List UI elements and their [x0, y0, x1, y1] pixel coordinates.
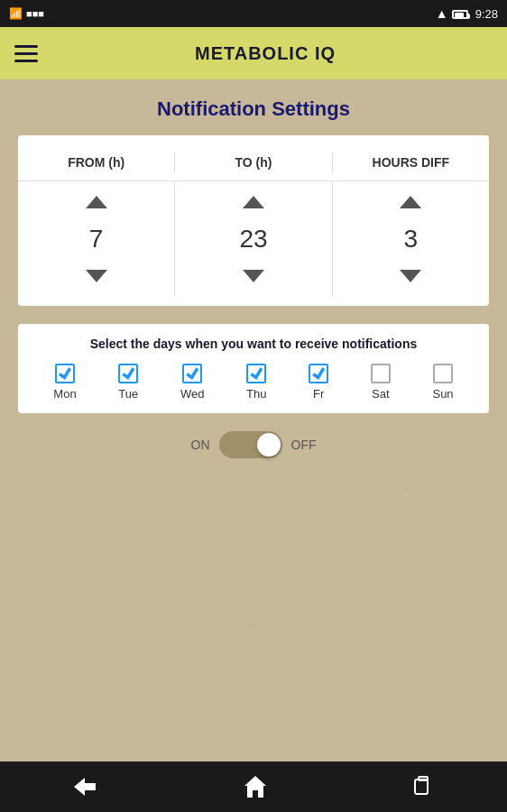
menu-button[interactable] [14, 45, 38, 62]
hours-diff-up-arrow-icon [400, 196, 421, 208]
day-label-thu: Thu [246, 387, 266, 401]
back-button[interactable] [63, 767, 106, 807]
main-content: Notification Settings FROM (h) TO (h) HO… [0, 79, 507, 761]
day-checkbox-wed[interactable] [182, 364, 202, 383]
to-down-button[interactable] [225, 263, 282, 290]
from-up-arrow-icon [86, 196, 107, 208]
hours-diff-up-button[interactable] [382, 189, 439, 216]
time-picker-card: FROM (h) TO (h) HOURS DIFF 7 23 [18, 135, 489, 306]
day-selector-card: Select the days when you want to receive… [18, 324, 489, 413]
app-header: METABOLIC IQ [0, 27, 507, 79]
toggle-on-label: ON [191, 438, 210, 452]
day-checkbox-thu[interactable] [246, 364, 266, 383]
from-down-button[interactable] [68, 263, 125, 290]
to-up-arrow-icon [243, 196, 264, 208]
hours-diff-down-arrow-icon [400, 270, 421, 282]
svg-rect-2 [415, 780, 428, 794]
from-value: 7 [74, 216, 119, 263]
day-selector-title: Select the days when you want to receive… [32, 337, 475, 351]
status-bar: 📶 ■■■ ▲ 9:28 [0, 0, 507, 27]
signal-icon: 📶 [9, 7, 23, 20]
days-row: MonTueWedThuFrSatSun [32, 364, 475, 401]
home-button[interactable] [234, 765, 277, 808]
day-label-fr: Fr [313, 387, 324, 401]
from-up-button[interactable] [68, 189, 125, 216]
day-label-wed: Wed [180, 387, 205, 401]
hours-diff-down-button[interactable] [382, 263, 439, 290]
home-icon [243, 774, 268, 799]
hours-diff-header: HOURS DIFF [333, 152, 489, 173]
recents-icon [413, 776, 435, 798]
to-value: 23 [231, 216, 276, 263]
day-item-sat: Sat [371, 364, 391, 401]
day-label-mon: Mon [53, 387, 76, 401]
time-picker-header: FROM (h) TO (h) HOURS DIFF [18, 144, 489, 181]
day-checkbox-sun[interactable] [433, 364, 453, 383]
day-checkbox-sat[interactable] [371, 364, 391, 383]
day-item-thu: Thu [246, 364, 266, 401]
day-label-sat: Sat [372, 387, 390, 401]
page-title: Notification Settings [18, 97, 489, 121]
battery-icon [452, 7, 468, 20]
nav-bar [0, 761, 507, 812]
day-label-sun: Sun [432, 387, 453, 401]
to-column: 23 [175, 181, 332, 297]
status-left: 📶 ■■■ [9, 7, 44, 20]
hours-diff-value: 3 [388, 216, 433, 263]
day-item-tue: Tue [118, 364, 138, 401]
time-display: 9:28 [475, 7, 498, 21]
toggle-thumb [257, 433, 281, 457]
toggle-off-label: OFF [291, 438, 317, 452]
day-item-mon: Mon [53, 364, 76, 401]
status-right: ▲ 9:28 [436, 6, 498, 21]
to-up-button[interactable] [225, 189, 282, 216]
app-title: METABOLIC IQ [38, 43, 493, 64]
toggle-switch[interactable] [219, 431, 282, 458]
signal-bars: ■■■ [26, 8, 44, 19]
from-header: FROM (h) [18, 152, 175, 173]
to-down-arrow-icon [243, 270, 264, 282]
from-down-arrow-icon [86, 270, 107, 282]
wifi-icon: ▲ [436, 6, 448, 21]
day-checkbox-fr[interactable] [309, 364, 328, 383]
day-checkbox-tue[interactable] [118, 364, 138, 383]
time-picker-row: 7 23 3 [18, 181, 489, 297]
svg-marker-1 [244, 776, 266, 798]
back-icon [72, 776, 97, 798]
day-item-wed: Wed [180, 364, 205, 401]
day-checkbox-mon[interactable] [55, 364, 75, 383]
hours-diff-column: 3 [333, 181, 489, 297]
to-header: TO (h) [175, 152, 332, 173]
from-column: 7 [18, 181, 175, 297]
toggle-row: ON OFF [18, 431, 489, 458]
day-item-fr: Fr [309, 364, 328, 401]
day-label-tue: Tue [118, 387, 138, 401]
svg-marker-0 [74, 778, 96, 796]
recents-button[interactable] [404, 767, 444, 807]
day-item-sun: Sun [432, 364, 453, 401]
